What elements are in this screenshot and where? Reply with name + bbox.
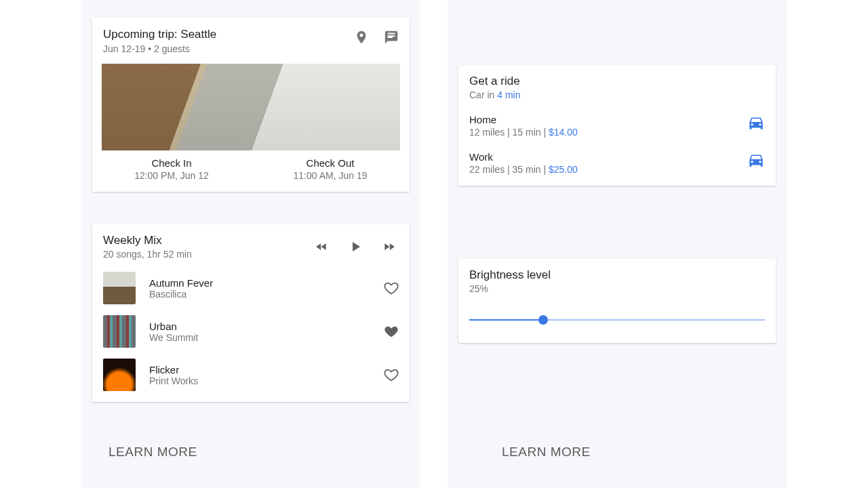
play-icon[interactable]: [347, 239, 363, 255]
song-name: Flicker: [149, 364, 384, 375]
music-subtitle: 20 songs, 1hr 52 min: [103, 249, 315, 260]
forward-icon[interactable]: [382, 240, 396, 253]
rewind-icon[interactable]: [315, 240, 328, 253]
song-thumbnail: [103, 272, 136, 304]
ride-title: Get a ride: [469, 75, 765, 88]
music-card: Weekly Mix 20 songs, 1hr 52 min: [92, 224, 410, 402]
checkout-label: Check Out: [251, 157, 410, 169]
checkout-column: Check Out 11:00 AM, Jun 19: [251, 157, 410, 181]
checkin-value: 12:00 PM, Jun 12: [92, 170, 251, 181]
slider-fill: [469, 319, 543, 321]
song-row[interactable]: Flicker Print Works: [92, 353, 410, 396]
song-artist: Bascilica: [149, 289, 384, 300]
ride-eta: Car in 4 min: [469, 89, 765, 100]
learn-more-link[interactable]: LEARN MORE: [108, 445, 197, 460]
heart-icon[interactable]: [384, 367, 399, 382]
destination-price: $14.00: [549, 127, 578, 138]
trip-subtitle: Jun 12-19 • 2 guests: [103, 43, 354, 54]
song-name: Autumn Fever: [149, 277, 384, 289]
song-row[interactable]: Autumn Fever Bascilica: [92, 266, 410, 310]
brightness-title: Brightness level: [469, 268, 765, 282]
destination-name: Work: [469, 151, 747, 163]
music-title: Weekly Mix: [103, 234, 315, 247]
trip-hero-image: [102, 64, 400, 150]
ride-eta-value: 4 min: [497, 89, 520, 100]
destination-details: 22 miles | 35 min | $25.00: [469, 164, 747, 175]
ride-eta-prefix: Car in: [469, 89, 497, 100]
brightness-card: Brightness level 25%: [458, 259, 776, 343]
location-icon[interactable]: [354, 30, 369, 45]
left-panel: Upcoming trip: Seattle Jun 12-19 • 2 gue…: [81, 0, 420, 488]
song-thumbnail: [103, 315, 136, 348]
slider-knob[interactable]: [538, 315, 548, 325]
heart-icon[interactable]: [384, 324, 399, 339]
checkin-label: Check In: [92, 157, 251, 169]
destination-name: Home: [469, 114, 747, 125]
heart-icon[interactable]: [384, 281, 399, 296]
right-panel: Get a ride Car in 4 min Home 12 miles | …: [448, 0, 787, 488]
ride-destination[interactable]: Work 22 miles | 35 min | $25.00: [469, 151, 765, 175]
trip-card: Upcoming trip: Seattle Jun 12-19 • 2 gue…: [92, 18, 410, 192]
brightness-value-label: 25%: [469, 283, 765, 294]
checkout-value: 11:00 AM, Jun 19: [251, 170, 410, 181]
song-name: Urban: [149, 321, 384, 332]
destination-details: 12 miles | 15 min | $14.00: [469, 127, 747, 138]
learn-more-link[interactable]: LEARN MORE: [502, 445, 591, 460]
song-artist: We Summit: [149, 332, 384, 343]
song-row[interactable]: Urban We Summit: [92, 310, 410, 353]
destination-price: $25.00: [549, 164, 578, 175]
ride-card: Get a ride Car in 4 min Home 12 miles | …: [458, 65, 776, 186]
song-artist: Print Works: [149, 375, 384, 386]
ride-destination[interactable]: Home 12 miles | 15 min | $14.00: [469, 114, 765, 138]
car-icon: [747, 151, 765, 169]
brightness-slider[interactable]: [469, 313, 765, 327]
trip-title: Upcoming trip: Seattle: [103, 27, 354, 42]
comment-icon[interactable]: [384, 30, 399, 45]
song-thumbnail: [103, 359, 136, 391]
checkin-column: Check In 12:00 PM, Jun 12: [92, 157, 251, 181]
car-icon: [747, 114, 765, 131]
